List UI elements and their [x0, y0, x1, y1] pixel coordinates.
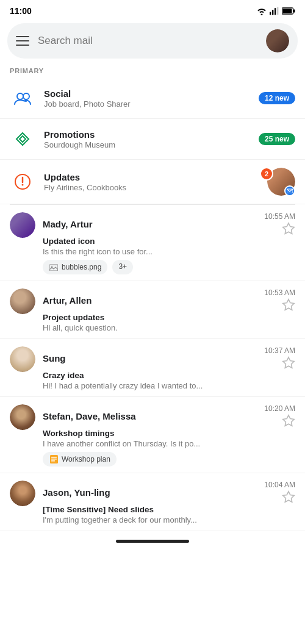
email-sender-stefan: Stefan, Dave, Melissa	[43, 411, 136, 421]
promotions-badge: 25 new	[259, 133, 295, 145]
email-avatar-artur	[10, 288, 35, 314]
email-preview-jason: I'm putting together a deck for our mont…	[43, 515, 295, 524]
updates-icon	[13, 173, 32, 191]
svg-point-9	[23, 93, 29, 99]
battery-icon	[282, 7, 295, 15]
user-avatar[interactable]	[266, 29, 289, 52]
svg-rect-3	[274, 8, 276, 15]
signal-icon	[270, 7, 279, 15]
email-avatar-sung	[10, 346, 35, 372]
email-right-mady: 10:55 AM	[259, 212, 295, 235]
attachment-chip-workshop[interactable]: Workshop plan	[43, 452, 117, 467]
svg-rect-24	[51, 460, 55, 462]
email-preview-mady: Is this the right icon to use for...	[43, 247, 295, 256]
svg-rect-16	[49, 265, 58, 271]
email-header-mady: Mady, Artur 10:55 AM	[43, 212, 295, 235]
category-updates[interactable]: Updates Fly Airlines, Cookbooks 2	[0, 160, 305, 204]
status-time: 11:00	[10, 6, 32, 16]
svg-marker-20	[283, 415, 294, 426]
attachment-doc-icon	[49, 454, 59, 464]
svg-rect-4	[277, 7, 278, 15]
updates-count: 2	[260, 167, 273, 181]
email-avatar-stefan	[10, 404, 35, 430]
email-time-sung: 10:37 AM	[264, 346, 295, 355]
updates-badge-wrap: 2	[256, 167, 295, 196]
svg-marker-19	[283, 357, 294, 368]
email-subject-stefan: Workshop timings	[43, 429, 295, 438]
updates-email-icon	[284, 185, 295, 196]
promotions-icon	[13, 130, 32, 148]
attachments-mady: bubbles.png 3+	[43, 260, 295, 274]
star-icon-artur[interactable]	[282, 298, 295, 312]
email-preview-sung: Hi! I had a potentially crazy idea I wan…	[43, 381, 295, 390]
star-icon-jason[interactable]	[282, 490, 295, 504]
email-row[interactable]: Artur, Allen 10:53 AM Project updates Hi…	[0, 281, 305, 339]
svg-rect-7	[282, 9, 292, 13]
email-content-artur: Artur, Allen 10:53 AM Project updates Hi…	[43, 288, 295, 332]
email-avatar-mady	[10, 212, 35, 238]
svg-rect-2	[272, 10, 273, 15]
email-content-jason: Jason, Yun-ling 10:04 AM [Time Sensitive…	[43, 481, 295, 524]
email-row[interactable]: Stefan, Dave, Melissa 10:20 AM Workshop …	[0, 397, 305, 473]
social-info: Social Job board, Photo Sharer	[44, 88, 259, 109]
menu-icon[interactable]	[16, 36, 29, 46]
email-avatar-jason	[10, 481, 35, 506]
svg-marker-25	[283, 492, 294, 502]
star-icon-sung[interactable]	[282, 356, 295, 370]
updates-name: Updates	[44, 172, 256, 182]
email-subject-jason: [Time Sensitive] Need slides	[43, 505, 295, 514]
more-attachments-chip[interactable]: 3+	[112, 260, 133, 274]
updates-icon-wrap	[10, 169, 35, 195]
user-avatar-image	[266, 29, 289, 52]
updates-info: Updates Fly Airlines, Cookbooks	[44, 172, 256, 192]
email-subject-artur: Project updates	[43, 313, 295, 322]
home-indicator	[0, 534, 305, 546]
star-icon-stefan[interactable]	[282, 414, 295, 428]
svg-point-12	[22, 184, 24, 186]
status-bar: 11:00	[0, 0, 305, 20]
social-badge: 12 new	[259, 92, 295, 104]
email-time-jason: 10:04 AM	[264, 481, 295, 489]
wifi-icon	[256, 7, 267, 15]
email-sender-jason: Jason, Yun-ling	[43, 487, 110, 498]
svg-rect-1	[270, 12, 271, 15]
svg-point-8	[17, 93, 23, 99]
home-bar	[116, 540, 189, 543]
email-subject-mady: Updated icon	[43, 237, 295, 246]
email-time-artur: 10:53 AM	[264, 288, 295, 297]
promotions-sub: Sourdough Museum	[44, 140, 259, 149]
email-content-sung: Sung 10:37 AM Crazy idea Hi! I had a pot…	[43, 346, 295, 390]
attachment-chip-bubbles[interactable]: bubbles.png	[43, 260, 107, 274]
svg-rect-22	[51, 457, 57, 458]
email-preview-stefan: I have another conflict on Thursday. Is …	[43, 439, 295, 448]
status-icons	[256, 7, 295, 15]
svg-point-0	[261, 14, 263, 16]
svg-marker-15	[283, 223, 294, 234]
email-sender-artur: Artur, Allen	[43, 295, 92, 306]
email-row[interactable]: Sung 10:37 AM Crazy idea Hi! I had a pot…	[0, 339, 305, 397]
email-sender-mady: Mady, Artur	[43, 219, 93, 229]
category-social[interactable]: Social Job board, Photo Sharer 12 new	[0, 78, 305, 119]
promotions-icon-wrap	[10, 126, 35, 152]
section-label-primary: PRIMARY	[0, 65, 305, 78]
svg-marker-18	[283, 299, 294, 310]
category-promotions[interactable]: Promotions Sourdough Museum 25 new	[0, 119, 305, 160]
svg-rect-23	[51, 459, 57, 460]
attachment-image-icon	[49, 262, 59, 272]
svg-rect-6	[293, 9, 295, 12]
star-icon-mady[interactable]	[282, 222, 295, 235]
email-row[interactable]: Mady, Artur 10:55 AM Updated icon Is thi…	[0, 205, 305, 281]
search-bar[interactable]: Search mail	[7, 23, 298, 59]
search-placeholder[interactable]: Search mail	[38, 35, 257, 47]
attachments-stefan: Workshop plan	[43, 452, 295, 467]
email-time-mady: 10:55 AM	[264, 212, 295, 221]
social-icon	[13, 88, 32, 108]
social-icon-wrap	[10, 85, 35, 111]
attachment-name-workshop: Workshop plan	[62, 455, 110, 463]
email-sender-sung: Sung	[43, 353, 66, 363]
email-preview-artur: Hi all, quick question.	[43, 323, 295, 332]
email-content-mady: Mady, Artur 10:55 AM Updated icon Is thi…	[43, 212, 295, 274]
promotions-name: Promotions	[44, 129, 259, 140]
email-row[interactable]: Jason, Yun-ling 10:04 AM [Time Sensitive…	[0, 473, 305, 531]
attachment-name-bubbles: bubbles.png	[62, 263, 101, 271]
